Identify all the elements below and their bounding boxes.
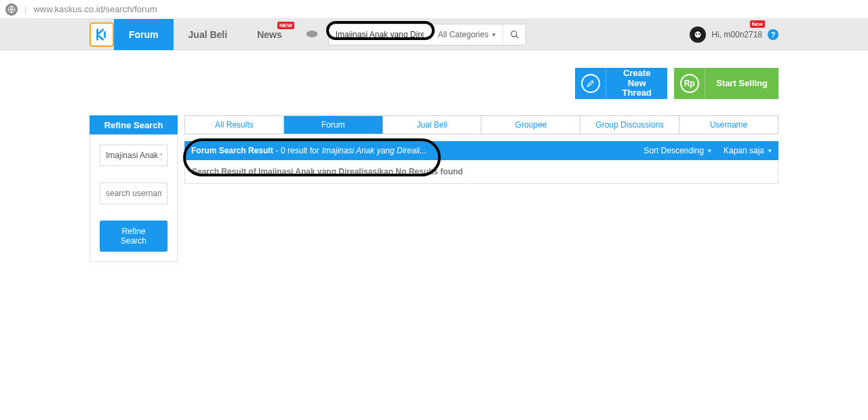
nav-forum-label: Forum <box>129 29 159 40</box>
tab-username[interactable]: Username <box>679 116 778 134</box>
url-text: www.kaskus.co.id/search/forum <box>33 4 157 14</box>
create-thread-label: Create New Thread <box>606 69 667 99</box>
kaskus-logo[interactable] <box>90 22 114 47</box>
sort-label: Sort Descending <box>644 146 704 155</box>
svg-line-3 <box>516 36 519 39</box>
rp-icon: Rp <box>680 74 699 93</box>
browser-address-bar: | www.kaskus.co.id/search/forum <box>0 0 868 19</box>
refine-header: Refine Search <box>90 115 178 134</box>
pencil-icon <box>581 74 600 93</box>
sort-dropdown[interactable]: Sort Descending▾ <box>644 146 711 155</box>
action-row: Create New Thread Rp Start Selling <box>90 50 778 115</box>
result-summary: - 0 result for <box>276 146 319 155</box>
start-selling-button[interactable]: Rp Start Selling <box>674 68 778 99</box>
nav-jualbeli[interactable]: Jual Beli <box>174 19 243 50</box>
search-input[interactable] <box>329 30 431 39</box>
site-header: Forum Jual Beli News NEW All Categories … <box>0 19 868 50</box>
globe-icon <box>5 3 18 16</box>
refine-query-input[interactable] <box>100 145 167 166</box>
user-avatar[interactable] <box>690 26 706 43</box>
chat-icon[interactable] <box>305 29 319 41</box>
user-greeting-text: Hi, m00n2718 <box>711 30 762 39</box>
search-category-label: All Categories <box>438 30 489 39</box>
search-category-dropdown[interactable]: All Categories ▾ <box>431 24 503 45</box>
tab-jualbeli[interactable]: Jual Beli <box>383 116 482 134</box>
result-header: Forum Search Result - 0 result for Imaji… <box>184 141 778 160</box>
new-badge: NEW <box>277 22 294 29</box>
svg-point-2 <box>511 31 517 37</box>
chevron-down-icon: ▾ <box>708 147 711 154</box>
nav-forum[interactable]: Forum <box>114 19 174 50</box>
nav-news-label: News <box>257 29 282 40</box>
chevron-down-icon: ▾ <box>768 147 772 154</box>
svg-point-1 <box>306 31 317 37</box>
help-icon[interactable]: ? <box>768 29 778 40</box>
new-badge: New <box>750 20 765 28</box>
svg-point-6 <box>696 33 697 35</box>
nav-news[interactable]: News NEW <box>242 19 297 50</box>
user-greeting[interactable]: Hi, m00n2718 New <box>711 30 762 39</box>
result-tabs: All Results Forum Jual Beli Groupee Grou… <box>184 115 778 134</box>
tab-forum[interactable]: Forum <box>284 116 383 134</box>
svg-point-5 <box>695 31 701 37</box>
refine-panel: Refine Search <box>90 134 178 262</box>
refine-search-button[interactable]: Refine Search <box>100 221 167 252</box>
when-dropdown[interactable]: Kapan saja▾ <box>724 146 772 155</box>
header-search: All Categories ▾ <box>328 24 527 45</box>
result-title: Forum Search Result <box>191 146 273 155</box>
tab-groupee[interactable]: Groupee <box>481 116 580 134</box>
refine-username-input[interactable] <box>100 183 167 204</box>
chevron-down-icon: ▾ <box>492 31 496 38</box>
result-query: Imajinasi Anak yang Direali... <box>322 146 427 155</box>
tab-all-results[interactable]: All Results <box>185 116 284 134</box>
when-label: Kapan saja <box>724 146 764 155</box>
tab-group-discussions[interactable]: Group Discussions <box>580 116 679 134</box>
svg-point-7 <box>698 33 700 35</box>
create-thread-button[interactable]: Create New Thread <box>575 68 667 99</box>
result-body: Search Result of Imajinasi Anak yang Dir… <box>184 160 778 184</box>
nav-jualbeli-label: Jual Beli <box>189 29 228 40</box>
start-selling-label: Start Selling <box>705 79 778 89</box>
search-button[interactable] <box>502 24 526 45</box>
